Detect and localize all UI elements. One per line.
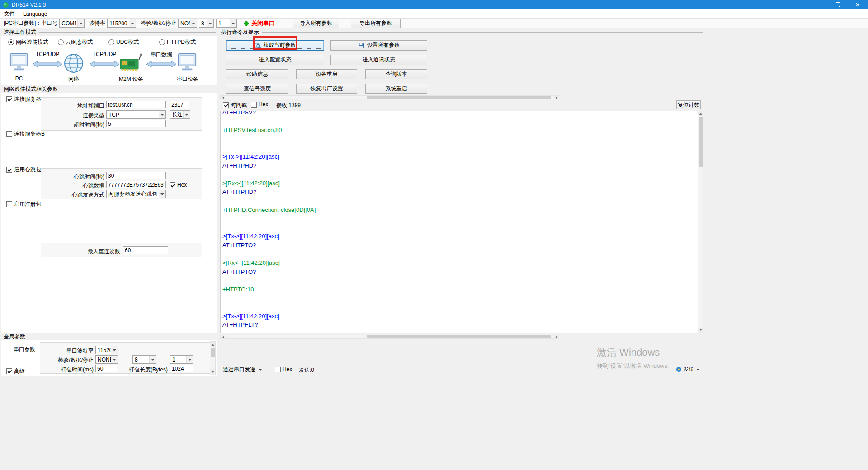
advanced-checkbox[interactable]: 高级 bbox=[6, 367, 25, 375]
server-address-input[interactable] bbox=[106, 101, 166, 108]
databits-select[interactable]: 8 bbox=[199, 19, 214, 28]
conn-type-select[interactable]: TCP bbox=[106, 110, 166, 119]
scroll-down-icon[interactable] bbox=[698, 328, 703, 333]
radio-icon bbox=[108, 39, 114, 45]
network-label: 网络 bbox=[63, 75, 84, 83]
arrow-double-icon bbox=[33, 61, 62, 69]
close-button[interactable]: × bbox=[847, 0, 868, 9]
server-a-checkbox[interactable]: 连接服务器A bbox=[6, 95, 45, 103]
baud-select[interactable]: 115200 bbox=[107, 19, 136, 28]
serial-stopbits-select[interactable]: 1 bbox=[170, 355, 193, 364]
send-button[interactable]: 发送 bbox=[675, 365, 701, 374]
chevron-down-icon bbox=[259, 369, 262, 372]
hb-mode-select[interactable]: 向服务器发送心跳包 bbox=[106, 190, 166, 198]
checkbox-icon bbox=[251, 102, 257, 108]
scroll-left-icon[interactable] bbox=[221, 335, 225, 338]
scroll-right-icon[interactable] bbox=[554, 335, 559, 338]
m2m-label: M2M 设备 bbox=[117, 75, 146, 83]
scrollbar-track[interactable] bbox=[225, 96, 554, 99]
timestamp-checkbox[interactable]: 时间戳 bbox=[223, 101, 247, 109]
import-params-button[interactable]: 导入所有参数 bbox=[293, 19, 339, 28]
set-params-button[interactable]: 设置所有参数 bbox=[330, 40, 427, 51]
help-info-button[interactable]: 帮助信息 bbox=[226, 69, 288, 79]
reset-count-button[interactable]: 复位计数 bbox=[676, 100, 701, 109]
heartbeat-enable-checkbox[interactable]: 启用心跳包 bbox=[6, 166, 41, 174]
log-line: >[Tx->][11:42:20][asc] bbox=[221, 312, 703, 321]
pack-len-input[interactable] bbox=[170, 365, 193, 372]
scroll-up-icon[interactable] bbox=[210, 342, 215, 347]
pack-time-input[interactable] bbox=[95, 365, 117, 372]
close-port-button[interactable]: 关闭串口 bbox=[244, 19, 275, 28]
mode-radio-httpd[interactable]: HTTPD模式 bbox=[159, 38, 196, 46]
log-line bbox=[221, 294, 703, 303]
serial-databits-select[interactable]: 8 bbox=[132, 355, 156, 364]
checkbox-checked-icon bbox=[223, 102, 229, 108]
scrollbar-thumb[interactable] bbox=[699, 117, 703, 167]
recv-count-label: 接收:1399 bbox=[276, 102, 301, 109]
link3-label: 串口数据 bbox=[146, 51, 177, 59]
get-params-button[interactable]: 获取当前参数 bbox=[226, 40, 324, 51]
mode-radio-net-transparent[interactable]: 网络透传模式 bbox=[8, 38, 48, 46]
hb-time-input[interactable] bbox=[106, 172, 166, 179]
log-line: AT+HTPSV? bbox=[221, 111, 703, 117]
log-line bbox=[221, 135, 703, 144]
log-line: >[Rx<-][11:42:20][asc] bbox=[221, 179, 703, 188]
send-via-serial-dropdown[interactable]: 通过串口发送 bbox=[223, 365, 262, 374]
export-params-button[interactable]: 导出所有参数 bbox=[351, 19, 401, 28]
scrollbar-thumb[interactable] bbox=[211, 348, 215, 357]
minimize-button[interactable]: ─ bbox=[806, 0, 826, 9]
mode-radio-udc[interactable]: UDC模式 bbox=[108, 38, 139, 46]
scrollbar-thumb[interactable] bbox=[367, 96, 551, 99]
scroll-up-icon[interactable] bbox=[698, 111, 703, 116]
serial-parity-select[interactable]: NONE bbox=[95, 355, 118, 364]
server-b-checkbox[interactable]: 连接服务器B bbox=[6, 130, 45, 138]
query-version-button[interactable]: 查询版本 bbox=[365, 69, 427, 79]
command-header-label: 执行命令及提示 bbox=[221, 28, 259, 36]
hb-data-input[interactable] bbox=[106, 181, 166, 188]
close-port-label: 关闭串口 bbox=[251, 19, 275, 28]
scroll-down-icon[interactable] bbox=[210, 369, 215, 375]
serial-baud-select[interactable]: 115200 bbox=[95, 346, 118, 354]
timeout-label: 超时时间(秒) bbox=[42, 121, 104, 128]
restore-button[interactable] bbox=[826, 0, 847, 9]
link2-label: TCP/UDP bbox=[89, 51, 120, 57]
hb-data-label: 心跳数据 bbox=[42, 182, 104, 189]
stopbits-select[interactable]: 1 bbox=[216, 19, 237, 28]
send-count-label: 发送:0 bbox=[299, 367, 314, 374]
conn-keep-select[interactable]: 长连接 bbox=[170, 110, 190, 119]
network-globe-icon bbox=[63, 53, 84, 75]
save-disk-icon bbox=[358, 42, 364, 49]
register-enable-checkbox[interactable]: 启用注册包 bbox=[6, 200, 41, 208]
device-restart-button[interactable]: 设备重启 bbox=[296, 69, 357, 79]
menu-language[interactable]: Language bbox=[19, 11, 51, 17]
system-restart-button[interactable]: 系统重启 bbox=[365, 84, 427, 94]
enter-config-button[interactable]: 进入配置状态 bbox=[226, 55, 324, 65]
scroll-left-icon[interactable] bbox=[221, 96, 225, 99]
divider bbox=[61, 89, 216, 89]
recv-hex-checkbox[interactable]: Hex bbox=[251, 101, 268, 108]
mode-radio-cloud[interactable]: 云组态模式 bbox=[58, 38, 93, 46]
parity-select[interactable]: NONI bbox=[178, 19, 197, 28]
divider bbox=[262, 32, 703, 33]
scrollbar-thumb[interactable] bbox=[367, 335, 551, 338]
menu-file[interactable]: 文件 bbox=[0, 10, 19, 18]
log-vscrollbar[interactable] bbox=[698, 111, 703, 333]
scroll-right-icon[interactable] bbox=[554, 96, 559, 99]
timeout-input[interactable] bbox=[106, 120, 166, 127]
receive-log-area[interactable]: AT+HTPSV? +HTPSV:test.usr.cn,80 >[Tx->][… bbox=[220, 111, 703, 333]
button-panel-hscrollbar[interactable] bbox=[220, 95, 559, 99]
com-port-select[interactable]: COM10 bbox=[59, 19, 85, 28]
enter-comm-button[interactable]: 进入通讯状态 bbox=[330, 55, 427, 65]
scrollbar-track[interactable] bbox=[225, 335, 554, 338]
hb-hex-checkbox[interactable]: Hex bbox=[170, 182, 187, 188]
max-reconnect-input[interactable] bbox=[123, 246, 168, 254]
global-params-scrollbar[interactable] bbox=[210, 341, 216, 375]
pc-serial-label: [PC串口参数]：串口号 bbox=[4, 19, 57, 27]
log-line: AT+HTPTO? bbox=[221, 241, 703, 250]
query-signal-button[interactable]: 查信号强度 bbox=[226, 84, 288, 94]
send-hex-checkbox[interactable]: Hex bbox=[275, 366, 292, 372]
divider bbox=[28, 337, 216, 337]
log-hscrollbar[interactable] bbox=[220, 335, 559, 339]
server-port-input[interactable] bbox=[170, 101, 189, 108]
factory-reset-button[interactable]: 恢复出厂设置 bbox=[296, 84, 357, 94]
